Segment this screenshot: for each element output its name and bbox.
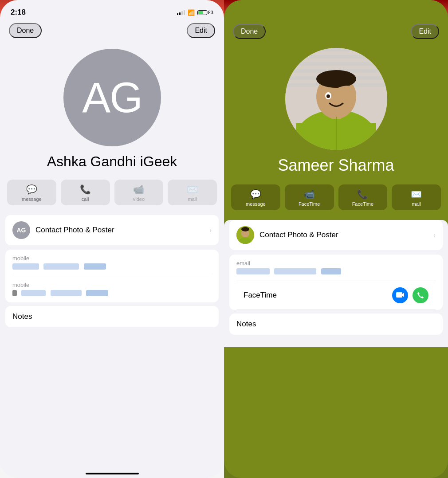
signal-bar-4 — [184, 10, 185, 15]
top-buttons-right: Done Edit — [224, 0, 448, 41]
mail-label-right: mail — [412, 201, 421, 207]
notes-label-right: Notes — [236, 320, 256, 328]
message-icon-right: 💬 — [250, 189, 261, 200]
battery-percent-left: 23 — [208, 10, 213, 15]
blur-dot-left — [12, 290, 17, 296]
call-label-left: call — [82, 196, 89, 202]
email-row-right: email — [236, 255, 436, 281]
avatar-initials-left: AG — [82, 73, 142, 122]
right-phone: Done Edit — [224, 0, 448, 478]
right-screen: Done Edit — [224, 0, 448, 478]
blur-seg-1 — [12, 263, 39, 270]
edit-button-left[interactable]: Edit — [187, 23, 215, 38]
contact-name-right: Sameer Sharma — [271, 156, 401, 175]
blur-seg-3 — [84, 263, 106, 270]
email-blur-2 — [274, 268, 316, 274]
cpp-avatar-left: AG — [12, 221, 30, 239]
actions-row-left: 💬 message 📞 call 📹 video ✉️ mail — [0, 174, 224, 211]
edit-button-right[interactable]: Edit — [411, 24, 439, 39]
facetime-audio-icon-right: 📞 — [357, 189, 368, 200]
mobile-row-1-left: mobile — [12, 250, 212, 276]
cpp-row-right[interactable]: Contact Photo & Poster › — [229, 220, 443, 250]
facetime-audio-btn[interactable] — [413, 287, 428, 303]
action-video-left[interactable]: 📹 video — [114, 180, 164, 205]
battery-body-left — [197, 10, 207, 15]
left-screen: 2:18 📶 23 Done Edit — [0, 0, 224, 478]
cpp-initials-left: AG — [17, 227, 26, 234]
facetime-icons-right — [392, 287, 428, 303]
top-buttons-left: Done Edit — [0, 21, 224, 40]
email-value-right — [236, 268, 436, 275]
info-section-left: mobile mobile — [5, 250, 219, 302]
email-blur-1 — [236, 268, 270, 274]
facetime-video-btn[interactable] — [392, 287, 408, 303]
cpp-row-left[interactable]: AG Contact Photo & Poster › — [5, 215, 219, 245]
message-label-left: message — [22, 196, 42, 202]
content-area-left: AG Contact Photo & Poster › mobile mobil… — [0, 215, 224, 340]
done-button-right[interactable]: Done — [233, 24, 266, 39]
avatar-section-right: Sameer Sharma — [224, 41, 448, 179]
battery-left: 23 — [197, 10, 213, 15]
notes-row-left: Notes — [5, 306, 219, 327]
facetime-audio-label-right: FaceTime — [352, 201, 374, 207]
email-blur-3 — [321, 268, 341, 274]
svg-rect-1 — [285, 48, 387, 51]
action-mail-left[interactable]: ✉️ mail — [168, 180, 217, 205]
info-section-right: email FaceTime — [229, 255, 443, 310]
mobile-value-2-left — [12, 290, 212, 297]
signal-bar-3 — [181, 11, 183, 15]
cpp-person-mini — [236, 226, 254, 244]
cpp-chevron-left: › — [209, 227, 212, 234]
message-label-right: message — [246, 201, 266, 207]
avatar-circle-left: AG — [63, 49, 161, 146]
svg-rect-3 — [285, 62, 387, 66]
person-svg — [285, 48, 387, 150]
notes-label-left: Notes — [12, 312, 32, 321]
content-area-right: Contact Photo & Poster › email FaceTime — [224, 220, 448, 347]
status-icons-left: 📶 23 — [177, 9, 213, 16]
time-left: 2:18 — [11, 8, 26, 17]
blur-seg-6 — [86, 290, 108, 296]
done-button-left[interactable]: Done — [9, 23, 42, 38]
action-message-right[interactable]: 💬 message — [231, 184, 280, 210]
contact-name-left: Ashka Gandhi iGeek — [40, 153, 185, 170]
mobile-value-1-left — [12, 263, 212, 270]
mobile-row-2-left: mobile — [12, 276, 212, 302]
action-call-left[interactable]: 📞 call — [61, 180, 110, 205]
svg-point-19 — [241, 227, 249, 231]
signal-bar-1 — [177, 13, 178, 15]
mobile-label-1-left: mobile — [12, 255, 212, 262]
action-message-left[interactable]: 💬 message — [7, 180, 56, 205]
video-icon-left: 📹 — [133, 184, 144, 195]
mobile-label-2-left: mobile — [12, 282, 212, 288]
video-camera-icon — [396, 292, 404, 298]
battery-fill-left — [198, 11, 203, 14]
message-icon-left: 💬 — [26, 184, 37, 195]
facetime-label-right: FaceTime — [244, 291, 277, 300]
facetime-video-label-right: FaceTime — [299, 201, 320, 207]
mail-label-left: mail — [188, 196, 197, 202]
video-label-left: video — [133, 196, 145, 202]
action-mail-right[interactable]: ✉️ mail — [392, 184, 441, 210]
call-icon-left: 📞 — [80, 184, 91, 195]
notes-row-right: Notes — [229, 313, 443, 335]
status-bar-left: 2:18 📶 23 — [0, 0, 224, 21]
action-facetime-video-right[interactable]: 📹 FaceTime — [285, 184, 334, 210]
wifi-icon-left: 📶 — [188, 9, 195, 16]
cpp-label-left: Contact Photo & Poster — [35, 226, 114, 235]
facetime-row-right: FaceTime — [236, 281, 436, 310]
blur-seg-4 — [21, 290, 46, 296]
avatar-photo-right — [285, 48, 387, 150]
action-facetime-audio-right[interactable]: 📞 FaceTime — [338, 184, 388, 210]
email-label-right: email — [236, 260, 436, 266]
cpp-avatar-photo-right — [236, 226, 254, 244]
svg-point-13 — [326, 94, 330, 98]
svg-rect-2 — [285, 55, 387, 59]
phone-icon — [417, 292, 424, 299]
blur-seg-2 — [43, 263, 79, 270]
actions-row-right: 💬 message 📹 FaceTime 📞 FaceTime ✉️ mail — [224, 179, 448, 215]
facetime-video-icon-right: 📹 — [304, 189, 315, 200]
blur-seg-5 — [51, 290, 82, 296]
signal-bar-2 — [179, 12, 181, 15]
left-phone: 2:18 📶 23 Done Edit — [0, 0, 224, 478]
